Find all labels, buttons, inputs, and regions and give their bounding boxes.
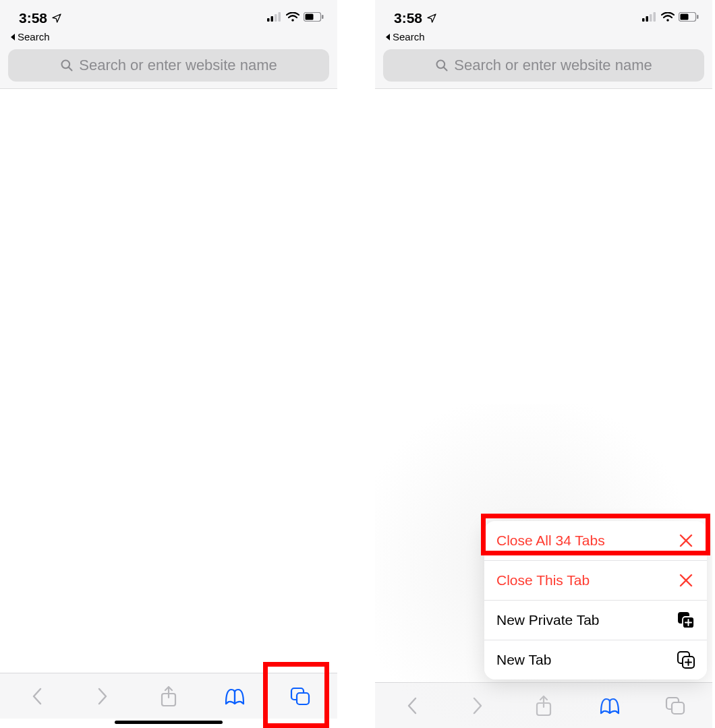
svg-rect-7: [322, 15, 324, 19]
wifi-icon: [286, 12, 299, 24]
share-button[interactable]: [523, 691, 564, 721]
back-to-app-button[interactable]: Search: [0, 30, 337, 45]
bottom-toolbar: [0, 673, 337, 719]
svg-rect-19: [681, 14, 689, 20]
svg-rect-0: [267, 18, 270, 22]
svg-rect-15: [650, 14, 652, 22]
close-icon: [677, 532, 695, 549]
status-icons: [642, 12, 699, 24]
menu-item-label: New Private Tab: [496, 612, 600, 628]
cell-signal-icon: [642, 12, 657, 24]
back-to-app-label: Search: [393, 31, 425, 42]
search-placeholder: Search or enter website name: [454, 57, 652, 74]
phone-screenshot-right: 3:58: [375, 0, 712, 728]
svg-rect-6: [306, 14, 314, 20]
back-caret-icon: [9, 33, 16, 41]
svg-rect-20: [697, 15, 699, 19]
wifi-icon: [661, 12, 675, 24]
search-icon: [60, 59, 74, 72]
svg-point-4: [291, 19, 294, 22]
close-icon: [677, 572, 695, 589]
battery-icon: [304, 12, 324, 24]
menu-item-label: New Tab: [496, 652, 551, 668]
status-icons: [267, 12, 324, 24]
tabs-context-menu: Close All 34 Tabs Close This Tab New Pri…: [484, 521, 707, 679]
location-services-icon: [426, 13, 437, 24]
new-tab-icon: [677, 651, 695, 669]
svg-rect-3: [279, 12, 281, 22]
bookmarks-button[interactable]: [214, 681, 255, 711]
bookmarks-button[interactable]: [590, 691, 630, 721]
status-time: 3:58: [394, 10, 422, 26]
svg-rect-25: [672, 702, 684, 714]
menu-new-private-tab[interactable]: New Private Tab: [484, 601, 707, 640]
navigation-header: 3:58: [375, 0, 712, 89]
svg-line-9: [69, 67, 72, 71]
status-bar: 3:58: [0, 0, 337, 30]
svg-rect-12: [297, 693, 309, 704]
svg-rect-2: [275, 14, 277, 22]
home-indicator[interactable]: [115, 721, 223, 724]
search-placeholder: Search or enter website name: [79, 57, 277, 74]
url-search-field[interactable]: Search or enter website name: [383, 49, 704, 82]
new-private-tab-icon: [677, 611, 695, 629]
tabs-button[interactable]: [655, 691, 695, 721]
url-search-field[interactable]: Search or enter website name: [8, 49, 329, 82]
navigation-header: 3:58: [0, 0, 337, 89]
status-bar: 3:58: [375, 0, 712, 30]
status-time: 3:58: [19, 10, 47, 26]
nav-forward-button[interactable]: [82, 681, 123, 711]
menu-item-label: Close All 34 Tabs: [496, 533, 605, 549]
svg-point-17: [666, 19, 669, 22]
nav-back-button[interactable]: [17, 681, 57, 711]
nav-back-button[interactable]: [392, 691, 432, 721]
bottom-toolbar: [375, 682, 712, 728]
svg-rect-16: [654, 12, 656, 22]
battery-icon: [679, 12, 699, 24]
nav-forward-button[interactable]: [457, 691, 498, 721]
share-button[interactable]: [148, 681, 189, 711]
phone-screenshot-left: 3:58: [0, 0, 337, 728]
svg-rect-1: [271, 16, 274, 22]
tabs-button[interactable]: [280, 681, 320, 711]
location-services-icon: [51, 13, 62, 24]
cell-signal-icon: [267, 12, 282, 24]
back-to-app-button[interactable]: Search: [375, 30, 712, 45]
menu-new-tab[interactable]: New Tab: [484, 640, 707, 679]
menu-item-label: Close This Tab: [496, 572, 590, 588]
svg-rect-14: [646, 16, 649, 22]
back-to-app-label: Search: [18, 31, 50, 42]
svg-rect-13: [642, 18, 645, 22]
menu-close-this-tab[interactable]: Close This Tab: [484, 561, 707, 601]
svg-line-22: [444, 67, 447, 71]
back-caret-icon: [384, 33, 391, 41]
menu-close-all-tabs[interactable]: Close All 34 Tabs: [484, 521, 707, 561]
page-content-empty: [0, 89, 337, 642]
search-icon: [435, 59, 449, 72]
